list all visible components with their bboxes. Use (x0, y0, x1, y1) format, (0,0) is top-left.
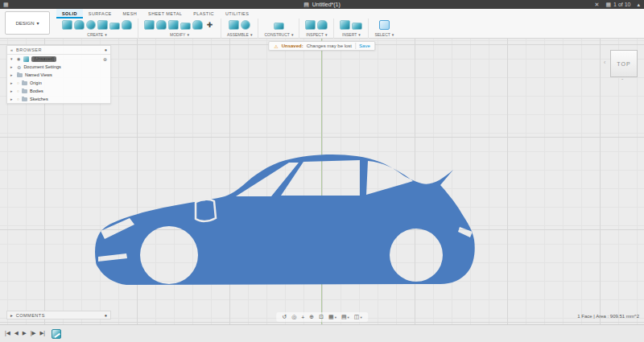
display-settings-icon[interactable]: ▦▾ (328, 314, 336, 320)
active-document-radio-icon[interactable]: ◉ (17, 56, 21, 61)
timeline-sketch-feature-icon[interactable] (52, 329, 61, 339)
construction-plane-icon[interactable] (274, 23, 284, 30)
workspace-switcher[interactable]: DESIGN ▾ (5, 11, 50, 35)
caret-right-icon[interactable]: ▸ (10, 313, 13, 318)
workspace-label: DESIGN (15, 21, 34, 26)
move-copy-icon[interactable]: ✚ (204, 20, 215, 30)
visibility-bulb-icon[interactable]: ○ (17, 80, 19, 85)
press-pull-icon[interactable] (144, 20, 155, 30)
app-grid-icon[interactable]: ▦ (3, 2, 9, 8)
timeline-step-back-icon[interactable]: ◀ (14, 330, 19, 336)
browser-row-document-settings[interactable]: ▸ ⚙ Document Settings (7, 63, 110, 71)
add-icon[interactable]: ⊕ (103, 56, 107, 62)
group-inspect-label[interactable]: INSPECT (306, 32, 324, 37)
view-cube-face-label[interactable]: TOP (617, 61, 630, 67)
tab-mesh[interactable]: MESH (118, 9, 143, 19)
chevron-down-icon: ▾ (105, 32, 107, 37)
new-component-icon[interactable] (229, 20, 239, 30)
car-sketch[interactable] (91, 150, 483, 289)
timeline-go-to-start-icon[interactable]: |◀ (5, 330, 10, 336)
folder-icon (17, 73, 23, 77)
notifications-icon[interactable]: ▦ (605, 2, 611, 8)
new-sketch-icon[interactable] (62, 20, 72, 30)
group-modify-label[interactable]: MODIFY (170, 32, 185, 37)
timeline-go-to-end-icon[interactable]: ▶| (39, 330, 45, 336)
viewports-icon[interactable]: ◫▾ (354, 314, 362, 320)
visibility-bulb-icon[interactable]: ○ (17, 97, 19, 101)
split-body-icon[interactable] (192, 20, 203, 30)
close-icon[interactable]: ✕ (595, 2, 600, 8)
caret-down-icon[interactable]: ▾ (10, 56, 14, 61)
car-side-mirror[interactable] (196, 200, 216, 221)
panel-options-icon[interactable]: ● (105, 47, 107, 52)
group-select: SELECT▾ (369, 19, 399, 39)
sweep-icon[interactable] (97, 20, 108, 30)
orbit-icon[interactable]: ↺ (282, 314, 287, 320)
insert-decal-icon[interactable] (352, 23, 362, 30)
view-cube-rotate-down-icon[interactable]: ˇ (621, 78, 623, 84)
panel-options-icon[interactable]: ● (105, 313, 107, 318)
caret-right-icon[interactable]: ▸ (10, 72, 14, 77)
combine-icon[interactable] (180, 23, 191, 30)
tab-plastic[interactable]: PLASTIC (188, 9, 220, 19)
measure-icon[interactable] (305, 20, 316, 30)
toolbar: DESIGN ▾ SOLID SURFACE MESH SHEET METAL … (0, 9, 644, 39)
joint-icon[interactable] (241, 20, 250, 30)
group-select-label[interactable]: SELECT (374, 32, 390, 37)
browser-row-origin[interactable]: ▸ ○ Origin (7, 79, 110, 87)
browser-row-named-views[interactable]: ▸ Named Views (7, 71, 110, 79)
fillet-icon[interactable] (156, 20, 167, 30)
browser-row-sketches[interactable]: ▸ ○ Sketches (7, 95, 110, 103)
group-assemble-label[interactable]: ASSEMBLE (227, 32, 249, 37)
caret-right-icon[interactable]: ▸ (10, 97, 14, 101)
folder-icon (22, 89, 27, 93)
zoom-icon[interactable]: ⊕ (309, 314, 314, 320)
view-cube[interactable]: TOP (610, 50, 638, 77)
car-body-face[interactable] (95, 155, 475, 285)
pan-icon[interactable]: + (301, 315, 304, 320)
collapse-panel-icon[interactable]: « (10, 47, 13, 52)
browser-panel-title: BROWSER (16, 47, 101, 52)
chevron-up-icon[interactable]: ▴ (637, 2, 640, 8)
loft-icon[interactable] (109, 23, 120, 30)
comments-panel[interactable]: ▸ COMMENTS ● (6, 311, 111, 319)
view-cube-rotate-left-icon[interactable]: ‹ (604, 60, 605, 65)
extrude-icon[interactable] (74, 20, 85, 30)
group-create: CREATE▾ (56, 19, 138, 39)
divider (355, 43, 356, 49)
titlebar: ▦ ▤ Untitled*(1) ✕ ▦ 1 of 10 ▴ (0, 0, 644, 9)
tab-surface[interactable]: SURFACE (83, 9, 118, 19)
timeline-step-forward-icon[interactable]: |▶ (31, 330, 36, 336)
chevron-down-icon: ▾ (392, 32, 394, 37)
browser-panel: « BROWSER ● ▾ ◉ (Unsaved) ⊕ ▸ ⚙ Document… (6, 45, 111, 104)
browser-row-document[interactable]: ▾ ◉ (Unsaved) ⊕ (7, 55, 110, 63)
section-analysis-icon[interactable] (317, 20, 328, 30)
unsaved-notification: ⚠ Unsaved: Changes may be lost Save (268, 41, 375, 51)
comments-label: COMMENTS (16, 313, 101, 318)
revolve-icon[interactable] (86, 20, 96, 30)
group-construct: CONSTRUCT▾ (258, 19, 299, 39)
fit-icon[interactable]: ⊡ (319, 314, 324, 320)
caret-right-icon[interactable]: ▸ (10, 64, 14, 69)
shell-icon[interactable] (168, 20, 179, 30)
chevron-down-icon: ▾ (325, 32, 328, 37)
primitive-box-icon[interactable] (122, 20, 132, 30)
caret-right-icon[interactable]: ▸ (10, 89, 14, 93)
save-button[interactable]: Save (359, 43, 370, 48)
timeline-play-icon[interactable]: ▶ (23, 330, 27, 336)
insert-mesh-icon[interactable] (340, 20, 350, 30)
chevron-down-icon: ▾ (250, 32, 253, 37)
group-create-label[interactable]: CREATE (87, 32, 103, 37)
caret-right-icon[interactable]: ▸ (10, 80, 14, 85)
browser-row-bodies[interactable]: ▸ ○ Bodies (7, 87, 110, 95)
grid-settings-icon[interactable]: ▤▾ (341, 314, 349, 320)
group-insert-label[interactable]: INSERT (342, 32, 357, 37)
select-tool-icon[interactable] (379, 20, 390, 30)
tab-solid[interactable]: SOLID (56, 9, 83, 19)
group-construct-label[interactable]: CONSTRUCT (264, 32, 289, 37)
viewport-canvas[interactable]: « BROWSER ● ▾ ◉ (Unsaved) ⊕ ▸ ⚙ Document… (0, 39, 644, 324)
tab-utilities[interactable]: UTILITIES (220, 9, 254, 19)
visibility-bulb-icon[interactable]: ○ (17, 89, 19, 93)
look-at-icon[interactable]: ◎ (291, 314, 296, 320)
tab-sheet-metal[interactable]: SHEET METAL (142, 9, 188, 19)
